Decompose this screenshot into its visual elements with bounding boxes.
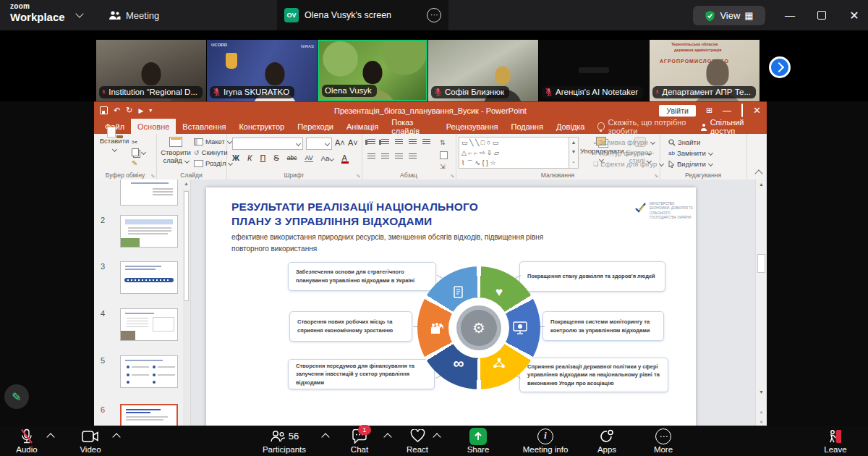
annotate-button[interactable]: ✎	[4, 384, 29, 409]
meeting-info-button[interactable]: i Meeting info	[511, 428, 580, 454]
video-tile[interactable]: Софія Близнюк	[428, 40, 538, 101]
format-painter-button[interactable]: ✎	[132, 159, 137, 167]
justify-icon[interactable]	[409, 153, 417, 160]
minimize-button[interactable]: —	[779, 0, 801, 30]
thumbnail-slide-5[interactable]	[120, 355, 178, 388]
sign-in-button[interactable]: Увійти	[659, 105, 696, 117]
qat-customize-icon[interactable]: ▾	[149, 107, 152, 114]
line-spacing-icon[interactable]	[422, 139, 430, 145]
select-button[interactable]: Виділити	[668, 160, 712, 168]
tab-meeting[interactable]: Meeting	[109, 0, 159, 30]
scroll-down-icon[interactable]: ▼	[756, 389, 767, 394]
tab-help[interactable]: Довідка	[550, 119, 592, 134]
strikethrough-button[interactable]: S	[273, 153, 278, 162]
react-button[interactable]: React	[396, 428, 439, 454]
shapes-scroll[interactable]: ▲▼⌄	[569, 137, 579, 169]
align-center-icon[interactable]	[381, 153, 389, 160]
dialog-launcher-icon[interactable]: ⇘	[450, 173, 454, 179]
thumbnail-slide-1[interactable]	[120, 180, 178, 206]
video-tile[interactable]: Агенція's AI Notetaker	[539, 40, 649, 101]
more-button[interactable]: ⋯ More	[642, 428, 685, 454]
collapse-ribbon-icon[interactable]	[754, 169, 762, 177]
thumbnail-slide-4[interactable]	[120, 308, 178, 341]
redo-icon[interactable]: ↻	[126, 106, 132, 115]
slide-scrollbar[interactable]: ▲ ▼ « «	[755, 180, 767, 426]
shape-effects-button[interactable]: ❏Ефекти для фігур	[593, 160, 663, 168]
share-button[interactable]: Спільний доступ	[701, 119, 767, 134]
tab-transitions[interactable]: Переходи	[291, 119, 340, 134]
video-tile-active-speaker[interactable]: Olena Vusyk	[318, 40, 427, 101]
decrease-indent-icon[interactable]	[395, 139, 403, 145]
numbering-icon[interactable]	[381, 139, 389, 145]
font-name-select[interactable]	[232, 138, 303, 150]
increase-indent-icon[interactable]	[409, 139, 417, 145]
new-slide-button[interactable]: Створити слайд	[159, 137, 192, 164]
thumbnail-slide-6-selected[interactable]	[120, 404, 178, 426]
align-left-icon[interactable]	[367, 153, 375, 160]
workspace-dropdown-icon[interactable]	[75, 9, 83, 17]
tell-me-box[interactable]: Скажіть, що потрібно зробити	[591, 119, 701, 134]
italic-button[interactable]: К	[247, 153, 252, 162]
save-icon[interactable]	[100, 106, 108, 114]
thumbnail-slide-3[interactable]	[120, 261, 178, 294]
change-case-button[interactable]: Aa	[321, 154, 334, 162]
shrink-font-button[interactable]: A˅	[348, 138, 358, 147]
shapes-gallery[interactable]: ▭ ╲ ╲ □ ○ ▭ △ ⌐ ⌐ ⇨ ⇩ ▱ ⌇ ⌒ ∿ { } ☆	[459, 137, 573, 169]
participants-button[interactable]: 56 Participants	[250, 428, 319, 454]
video-tile[interactable]: UCORD NIRAS Iryna SKURATKO	[207, 40, 317, 101]
shape-fill-button[interactable]: ◒Заливка фігури	[593, 138, 655, 146]
font-color-button[interactable]: А	[341, 153, 346, 162]
copy-button[interactable]	[132, 148, 145, 156]
leave-button[interactable]: Leave	[814, 428, 857, 454]
bold-button[interactable]: Ж	[232, 153, 239, 162]
shape-outline-button[interactable]: ▱Контур фігури	[593, 149, 651, 157]
video-tile[interactable]: Тернопільська обласна державна адміністр…	[650, 40, 760, 101]
scrollbar-thumb[interactable]	[757, 254, 765, 273]
reset-button[interactable]: ↺Скинути	[194, 148, 228, 156]
underline-button[interactable]: П	[260, 153, 265, 162]
convert-smartart-button[interactable]: ⇲	[440, 163, 446, 170]
dialog-launcher-icon[interactable]: ⇘	[150, 173, 155, 179]
grow-font-button[interactable]: A˄	[335, 138, 345, 147]
character-spacing-button[interactable]: AV	[305, 154, 312, 162]
align-text-button[interactable]	[440, 151, 448, 159]
align-right-icon[interactable]	[395, 153, 403, 160]
replace-button[interactable]: ab Замінити	[668, 149, 712, 157]
undo-icon[interactable]: ↶	[114, 106, 120, 115]
share-screen-button[interactable]: Share	[456, 428, 500, 454]
thumbnail-scrollbar[interactable]	[183, 190, 190, 426]
view-button[interactable]: View ▦	[693, 6, 765, 25]
tab-screen-share[interactable]: OV Olena Vusyk's screen ⋯	[277, 0, 448, 30]
thumbnail-slide-2[interactable]	[120, 215, 178, 248]
audio-button[interactable]: Audio	[5, 428, 48, 454]
text-direction-button[interactable]: ⇅	[440, 139, 446, 146]
tab-home[interactable]: Основне	[131, 119, 176, 134]
ppt-restore-button[interactable]	[741, 104, 743, 117]
current-slide[interactable]: РЕЗУЛЬТАТИ РЕАЛІЗАЦІЇ НАЦІОНАЛЬНОГО ПЛАН…	[206, 187, 696, 426]
scroll-up-icon[interactable]: ▲	[184, 181, 189, 186]
tab-slideshow[interactable]: Показ слайдів	[385, 119, 439, 134]
video-button[interactable]: Video	[69, 428, 112, 454]
scrollbar-thumb[interactable]	[184, 191, 189, 301]
slide-thumbnail-panel[interactable]: 2 3 4	[94, 180, 191, 426]
ribbon-display-options-icon[interactable]: ⊞	[706, 106, 712, 115]
bullets-icon[interactable]	[367, 139, 375, 145]
previous-slide-button[interactable]: «	[759, 407, 764, 418]
ppt-close-button[interactable]: ✕	[753, 105, 761, 116]
ppt-minimize-button[interactable]: —	[723, 106, 731, 116]
paste-button[interactable]: Вставити	[98, 137, 130, 153]
abc-strike-button[interactable]: abc	[287, 154, 297, 161]
chat-options-chevron[interactable]	[383, 433, 391, 441]
next-participants-button[interactable]	[769, 56, 791, 78]
dialog-launcher-icon[interactable]: ⇘	[654, 173, 658, 179]
chat-button[interactable]: 1 Chat	[338, 428, 381, 454]
scroll-up-icon[interactable]: ▲	[756, 182, 767, 187]
close-button[interactable]: ✕	[843, 0, 865, 30]
find-button[interactable]: Знайти	[668, 138, 700, 146]
tab-animations[interactable]: Анімація	[340, 119, 385, 134]
tab-options-icon[interactable]: ⋯	[427, 8, 441, 22]
font-size-select[interactable]	[306, 138, 332, 150]
participants-options-chevron[interactable]	[321, 433, 329, 441]
video-options-chevron[interactable]	[112, 433, 120, 441]
dialog-launcher-icon[interactable]: ⇘	[356, 173, 360, 179]
